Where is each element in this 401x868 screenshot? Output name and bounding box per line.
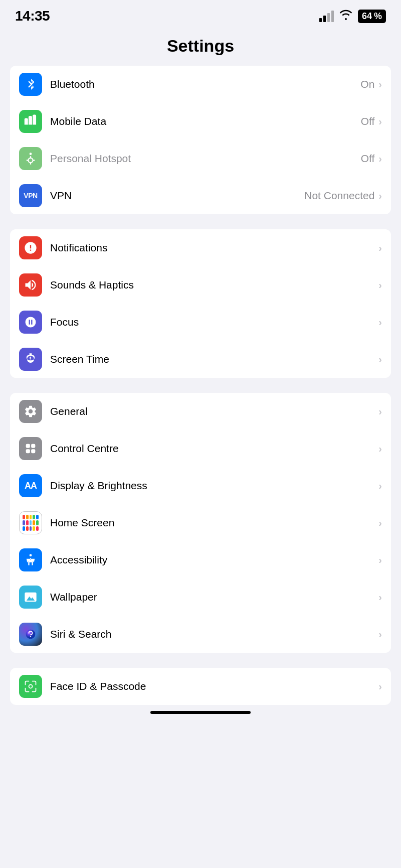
accessibility-chevron: › xyxy=(378,554,382,566)
connectivity-group: Bluetooth On › Mobile Data Off › Persona… xyxy=(10,66,391,214)
faceid-icon xyxy=(19,675,42,698)
siri-search-chevron: › xyxy=(378,629,382,640)
wallpaper-row[interactable]: Wallpaper › xyxy=(10,578,391,616)
sounds-row[interactable]: Sounds & Haptics › xyxy=(10,266,391,304)
hotspot-label: Personal Hotspot xyxy=(50,153,361,165)
notifications-row[interactable]: Notifications › xyxy=(10,229,391,266)
svg-rect-2 xyxy=(26,449,30,453)
vpn-chevron: › xyxy=(378,190,382,202)
control-centre-chevron: › xyxy=(378,443,382,455)
hotspot-chevron: › xyxy=(378,153,382,165)
mobile-data-row[interactable]: Mobile Data Off › xyxy=(10,103,391,140)
screen-time-row[interactable]: Screen Time › xyxy=(10,341,391,378)
vpn-row[interactable]: VPN VPN Not Connected › xyxy=(10,177,391,214)
home-bar xyxy=(150,711,251,714)
svg-rect-0 xyxy=(26,444,30,448)
hotspot-icon xyxy=(19,147,42,170)
status-time: 14:35 xyxy=(15,8,50,24)
general-label: General xyxy=(50,405,378,417)
notifications-label: Notifications xyxy=(50,242,378,254)
page-title: Settings xyxy=(0,28,401,66)
sounds-chevron: › xyxy=(378,279,382,291)
screen-time-icon xyxy=(19,348,42,371)
general-icon xyxy=(19,400,42,423)
focus-chevron: › xyxy=(378,317,382,328)
hotspot-value: Off xyxy=(361,153,375,165)
focus-icon xyxy=(19,311,42,334)
faceid-chevron: › xyxy=(378,681,382,692)
battery-icon: 64 % xyxy=(358,10,386,23)
vpn-value: Not Connected xyxy=(304,190,374,202)
display-group: General › Control Centre › AA Display & … xyxy=(10,393,391,653)
wallpaper-icon xyxy=(19,586,42,609)
screen-time-chevron: › xyxy=(378,354,382,365)
mobile-data-chevron: › xyxy=(378,116,382,127)
wifi-icon xyxy=(339,9,353,23)
mobile-data-label: Mobile Data xyxy=(50,115,361,127)
siri-search-icon xyxy=(19,623,42,646)
bluetooth-value: On xyxy=(360,78,374,90)
home-screen-chevron: › xyxy=(378,517,382,529)
sounds-label: Sounds & Haptics xyxy=(50,279,378,291)
faceid-row[interactable]: Face ID & Passcode › xyxy=(10,668,391,705)
bluetooth-row[interactable]: Bluetooth On › xyxy=(10,66,391,103)
status-bar: 14:35 64 % xyxy=(0,0,401,28)
svg-rect-1 xyxy=(31,444,35,448)
display-brightness-row[interactable]: AA Display & Brightness › xyxy=(10,467,391,504)
accessibility-icon xyxy=(19,548,42,571)
screen-time-label: Screen Time xyxy=(50,353,378,365)
focus-row[interactable]: Focus › xyxy=(10,304,391,341)
notifications-icon xyxy=(19,236,42,259)
svg-point-4 xyxy=(30,554,32,556)
signal-icon xyxy=(319,11,334,22)
wallpaper-label: Wallpaper xyxy=(50,591,378,603)
status-icons: 64 % xyxy=(319,9,386,23)
home-screen-icon xyxy=(19,511,42,534)
hotspot-row[interactable]: Personal Hotspot Off › xyxy=(10,140,391,177)
faceid-label: Face ID & Passcode xyxy=(50,680,378,692)
notifications-group: Notifications › Sounds & Haptics › Focus… xyxy=(10,229,391,378)
vpn-icon: VPN xyxy=(19,184,42,207)
control-centre-label: Control Centre xyxy=(50,443,378,455)
bluetooth-icon xyxy=(19,73,42,96)
accessibility-row[interactable]: Accessibility › xyxy=(10,541,391,578)
home-screen-row[interactable]: Home Screen › xyxy=(10,504,391,541)
bluetooth-label: Bluetooth xyxy=(50,78,360,90)
mobile-data-icon xyxy=(19,110,42,133)
sounds-icon xyxy=(19,273,42,297)
mobile-data-value: Off xyxy=(361,115,375,127)
faceid-group: Face ID & Passcode › xyxy=(10,668,391,705)
display-brightness-chevron: › xyxy=(378,480,382,492)
focus-label: Focus xyxy=(50,316,378,328)
display-brightness-label: Display & Brightness xyxy=(50,480,378,492)
vpn-label: VPN xyxy=(50,190,304,202)
svg-rect-3 xyxy=(31,449,35,453)
battery-level: 64 xyxy=(362,11,372,22)
control-centre-icon xyxy=(19,437,42,460)
notifications-chevron: › xyxy=(378,242,382,254)
siri-search-label: Siri & Search xyxy=(50,628,378,640)
general-row[interactable]: General › xyxy=(10,393,391,430)
general-chevron: › xyxy=(378,406,382,417)
accessibility-label: Accessibility xyxy=(50,554,378,566)
display-brightness-icon: AA xyxy=(19,474,42,497)
bluetooth-chevron: › xyxy=(378,79,382,90)
home-indicator xyxy=(0,705,401,724)
control-centre-row[interactable]: Control Centre › xyxy=(10,430,391,467)
home-screen-label: Home Screen xyxy=(50,517,378,529)
wallpaper-chevron: › xyxy=(378,592,382,603)
svg-point-7 xyxy=(30,636,31,637)
siri-search-row[interactable]: Siri & Search › xyxy=(10,616,391,653)
